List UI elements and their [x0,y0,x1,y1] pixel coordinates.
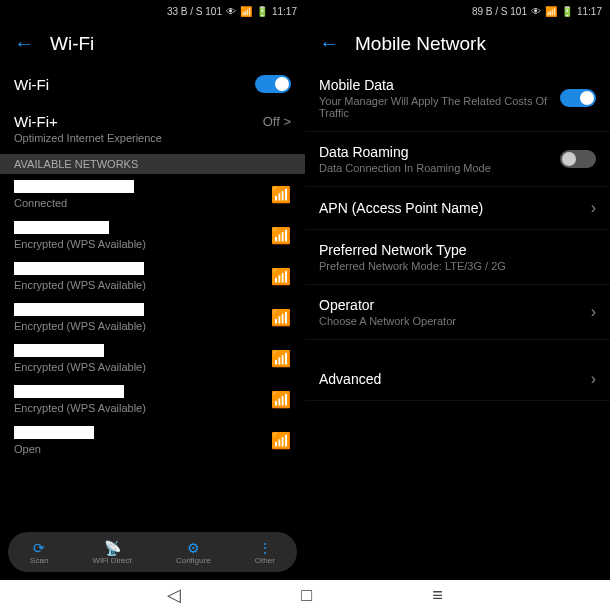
operator-desc: Choose A Network Operator [319,315,591,327]
wifi-toggle[interactable] [255,75,291,93]
scan-button[interactable]: ⟳Scan [30,540,48,565]
page-title: Mobile Network [355,33,486,55]
network-status: Encrypted (WPS Available) [14,279,271,291]
bottom-action-bar: ⟳Scan 📡WiFi Direct ⚙Configure ⋮Other [8,532,297,572]
network-status: Connected [14,197,271,209]
network-status: Encrypted (WPS Available) [14,361,271,373]
network-status: Encrypted (WPS Available) [14,320,271,332]
ssid-redacted [14,180,134,193]
roaming-label: Data Roaming [319,144,560,160]
eye-icon: 👁 [226,6,236,17]
wifi-signal-icon: 📶 [271,308,291,327]
more-icon: ⋮ [258,540,272,556]
wifi-plus-label: Wi-Fi+ [14,113,263,130]
battery-icon: 🔋 [256,6,268,17]
chevron-right-icon: › [591,303,596,321]
roaming-toggle[interactable] [560,150,596,168]
operator-label: Operator [319,297,591,313]
chevron-right-icon: › [591,199,596,217]
status-bar: 89 B / S 101 👁 📶 🔋 11:17 [305,0,610,22]
wifi-signal-icon: 📶 [271,390,291,409]
network-status: Open [14,443,271,455]
pref-desc: Preferred Network Mode: LTE/3G / 2G [319,260,596,272]
pref-label: Preferred Network Type [319,242,596,258]
network-item[interactable]: Encrypted (WPS Available) 📶 [0,215,305,256]
wifi-signal-icon: 📶 [271,226,291,245]
header: ← Mobile Network [305,22,610,65]
wifi-signal-icon: 📶 [271,349,291,368]
eye-icon: 👁 [531,6,541,17]
apn-label: APN (Access Point Name) [319,200,591,216]
ssid-redacted [14,221,109,234]
status-left: 89 B / S 101 [472,6,527,17]
data-roaming-row[interactable]: Data Roaming Data Connection In Roaming … [305,132,610,187]
status-left: 33 B / S 101 [167,6,222,17]
signal-icon: 📶 [545,6,557,17]
ssid-redacted [14,344,104,357]
ssid-redacted [14,262,144,275]
wifi-signal-icon: 📶 [271,185,291,204]
roaming-desc: Data Connection In Roaming Mode [319,162,560,174]
nav-recent-icon[interactable]: ≡ [432,585,443,606]
advanced-row[interactable]: Advanced › [305,358,610,401]
network-item[interactable]: Connected 📶 [0,174,305,215]
ssid-redacted [14,385,124,398]
network-status: Encrypted (WPS Available) [14,238,271,250]
configure-button[interactable]: ⚙Configure [176,540,211,565]
ssid-redacted [14,303,144,316]
wifi-direct-icon: 📡 [104,540,121,556]
chevron-right-icon: › [591,370,596,388]
wifi-plus-sub: Optimized Internet Experience [14,132,162,144]
battery-icon: 🔋 [561,6,573,17]
available-networks-header: AVAILABLE NETWORKS [0,154,305,174]
header: ← Wi-Fi [0,22,305,65]
network-item[interactable]: Encrypted (WPS Available) 📶 [0,379,305,420]
network-status: Encrypted (WPS Available) [14,402,271,414]
network-item[interactable]: Open 📶 [0,420,305,461]
page-title: Wi-Fi [50,33,94,55]
network-item[interactable]: Encrypted (WPS Available) 📶 [0,338,305,379]
mobile-data-toggle[interactable] [560,89,596,107]
other-button[interactable]: ⋮Other [255,540,275,565]
back-icon[interactable]: ← [319,32,339,55]
network-item[interactable]: Encrypted (WPS Available) 📶 [0,297,305,338]
wifi-plus-row[interactable]: Wi-Fi+ Off > Optimized Internet Experien… [0,103,305,154]
operator-row[interactable]: Operator Choose A Network Operator › [305,285,610,340]
mobile-data-row[interactable]: Mobile Data Your Manager Will Apply The … [305,65,610,132]
scan-icon: ⟳ [33,540,45,556]
wifi-toggle-row[interactable]: Wi-Fi [0,65,305,103]
advanced-label: Advanced [319,371,591,387]
wifi-signal-icon: 📶 [271,431,291,450]
android-nav-bar: ◁ □ ≡ [0,580,610,610]
nav-back-icon[interactable]: ◁ [167,584,181,606]
status-time: 11:17 [272,6,297,17]
signal-icon: 📶 [240,6,252,17]
wifi-direct-button[interactable]: 📡WiFi Direct [93,540,132,565]
network-item[interactable]: Encrypted (WPS Available) 📶 [0,256,305,297]
wifi-label: Wi-Fi [14,76,255,93]
status-time: 11:17 [577,6,602,17]
status-bar: 33 B / S 101 👁 📶 🔋 11:17 [0,0,305,22]
gear-icon: ⚙ [187,540,200,556]
apn-row[interactable]: APN (Access Point Name) › [305,187,610,230]
wifi-plus-state: Off > [263,114,291,129]
preferred-network-row[interactable]: Preferred Network Type Preferred Network… [305,230,610,285]
ssid-redacted [14,426,94,439]
mobile-data-desc: Your Manager Will Apply The Related Cost… [319,95,560,119]
wifi-signal-icon: 📶 [271,267,291,286]
nav-home-icon[interactable]: □ [301,585,312,606]
mobile-data-label: Mobile Data [319,77,560,93]
back-icon[interactable]: ← [14,32,34,55]
